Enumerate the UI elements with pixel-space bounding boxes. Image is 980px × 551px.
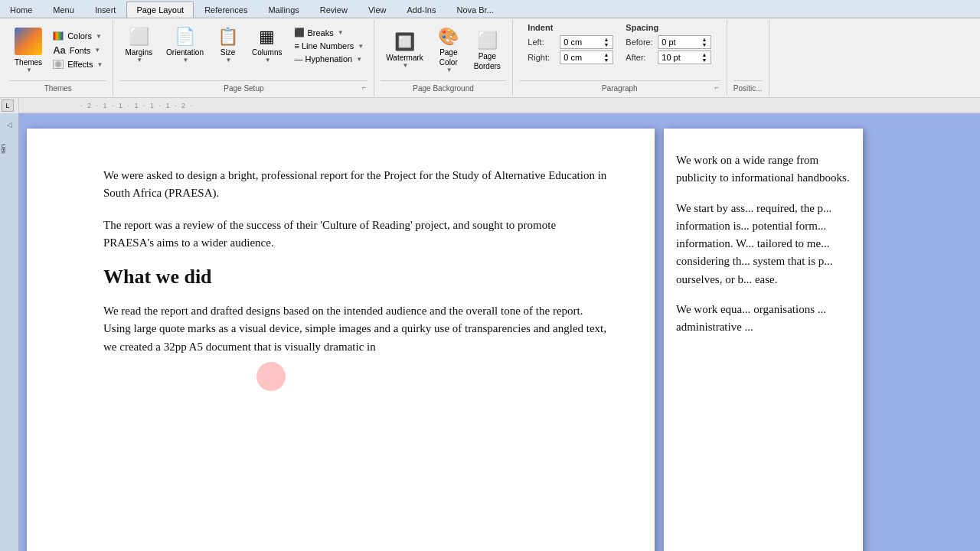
breaks-button[interactable]: ⬛ Breaks ▼: [290, 26, 368, 39]
page-background-inner: 🔲 Watermark ▼ 🎨 Page Color ▼ ⬜ Page Bord…: [381, 23, 506, 77]
position-group: Positic...: [727, 20, 769, 96]
effects-label: Effects: [67, 60, 93, 69]
spacing-before-label: Before:: [626, 37, 655, 47]
margins-icon: ⬜: [129, 27, 149, 47]
indent-right-input[interactable]: 0 cm ▲ ▼: [560, 51, 613, 64]
margins-button[interactable]: ⬜ Margins ▼: [119, 23, 158, 67]
cursor-circle: [256, 362, 286, 391]
indent-left-down[interactable]: ▼: [603, 42, 609, 47]
themes-sub-buttons: Colors ▼ Aa Fonts ▼ Effects ▼: [49, 30, 106, 70]
spacing-after-input[interactable]: 10 pt ▲ ▼: [658, 51, 711, 64]
paragraph-1: We were asked to design a bright, profes…: [103, 167, 609, 203]
margins-arrow: ▼: [136, 57, 142, 64]
hyphenation-arrow: ▼: [356, 56, 362, 63]
page-color-button[interactable]: 🎨 Page Color ▼: [432, 23, 466, 77]
document-scroll[interactable]: We were asked to design a bright, profes…: [19, 113, 980, 551]
heading-what-we-did: What we did: [103, 266, 609, 289]
tab-references[interactable]: References: [194, 2, 257, 18]
orientation-arrow: ▼: [183, 57, 189, 64]
indent-right-up[interactable]: ▲: [603, 52, 609, 57]
page-background-label: Page Background: [381, 80, 506, 93]
orientation-label: Orientation: [166, 48, 204, 57]
indent-left-up[interactable]: ▲: [603, 37, 609, 42]
tab-addins[interactable]: Add-Ins: [397, 2, 446, 18]
spacing-after-spinner[interactable]: ▲ ▼: [701, 52, 707, 63]
spacing-before-input[interactable]: 0 pt ▲ ▼: [658, 35, 711, 49]
tab-view[interactable]: View: [358, 2, 397, 18]
tab-review[interactable]: Review: [310, 2, 358, 18]
indent-right-down[interactable]: ▼: [603, 57, 609, 63]
margins-label: Margins: [125, 48, 152, 57]
page-setup-label: Page Setup ⌐: [119, 80, 368, 93]
position-label: Positic...: [733, 80, 763, 93]
tab-nova[interactable]: Nova Br...: [446, 2, 503, 18]
fonts-dropdown-arrow: ▼: [94, 47, 100, 54]
layout-corner-btn[interactable]: L: [2, 99, 14, 112]
hyphenation-icon: —: [294, 54, 302, 64]
page-setup-inner: ⬜ Margins ▼ 📄 Orientation ▼ 📋 Size ▼: [119, 23, 368, 77]
watermark-label: Watermark: [386, 54, 423, 62]
ribbon-content: Themes ▼ Colors ▼ Aa Fonts ▼: [0, 18, 980, 97]
line-numbers-button[interactable]: ≡ Line Numbers ▼: [290, 40, 368, 52]
spacing-after-row: After: 10 pt ▲ ▼: [626, 51, 711, 64]
tab-home[interactable]: Home: [0, 2, 42, 18]
colors-button[interactable]: Colors ▼: [49, 30, 106, 42]
ribbon: Home Menu Insert Page Layout References …: [0, 0, 980, 98]
orientation-button[interactable]: 📄 Orientation ▼: [161, 23, 209, 67]
watermark-button[interactable]: 🔲 Watermark ▼: [381, 28, 429, 73]
size-icon: 📋: [217, 27, 238, 47]
hyphenation-button[interactable]: — Hyphenation ▼: [290, 53, 368, 65]
colors-dropdown-arrow: ▼: [96, 33, 102, 40]
paragraph-expand[interactable]: ⌐: [715, 83, 719, 91]
spacing-before-spinner[interactable]: ▲ ▼: [701, 37, 707, 47]
spacing-before-value: 0 pt: [662, 37, 675, 47]
themes-group-label: Themes: [9, 80, 106, 93]
sidebar-left: ◁ UBi: [0, 113, 19, 551]
effects-dropdown-arrow: ▼: [97, 61, 103, 68]
spacing-after-value: 10 pt: [662, 53, 680, 62]
size-label: Size: [220, 48, 235, 57]
effects-icon: [53, 60, 64, 69]
columns-button[interactable]: ▦ Columns ▼: [247, 23, 287, 67]
ruler-corner: L: [0, 98, 19, 113]
fonts-icon: Aa: [53, 44, 66, 56]
page-borders-button[interactable]: ⬜ Page Borders: [469, 27, 506, 74]
colors-label: Colors: [67, 31, 92, 41]
size-arrow: ▼: [226, 57, 232, 64]
page-setup-expand[interactable]: ⌐: [362, 83, 366, 91]
spacing-after-down[interactable]: ▼: [701, 57, 707, 63]
tab-insert[interactable]: Insert: [85, 2, 126, 18]
indent-left-spinner[interactable]: ▲ ▼: [603, 37, 609, 47]
fonts-button[interactable]: Aa Fonts ▼: [49, 43, 106, 57]
indent-right-spinner[interactable]: ▲ ▼: [603, 52, 609, 63]
tab-mailings[interactable]: Mailings: [258, 2, 309, 18]
spacing-after-up[interactable]: ▲: [701, 52, 707, 57]
indent-left-value: 0 cm: [564, 37, 582, 47]
breaks-icon: ⬛: [294, 28, 305, 37]
paragraph-group: Indent Left: 0 cm ▲ ▼ Right:: [513, 20, 727, 96]
page-1: We were asked to design a bright, profes…: [27, 129, 655, 551]
page-borders-label2: Borders: [474, 62, 501, 70]
line-numbers-label: Line Numbers: [302, 41, 354, 51]
size-button[interactable]: 📋 Size ▼: [212, 23, 243, 67]
paragraph-2: The report was a review of the success o…: [103, 217, 609, 253]
spacing-before-up[interactable]: ▲: [701, 37, 707, 42]
themes-group-inner: Themes ▼ Colors ▼ Aa Fonts ▼: [9, 23, 106, 77]
indent-label: Indent: [528, 23, 613, 32]
indent-left-row: Left: 0 cm ▲ ▼: [528, 35, 613, 49]
themes-icon: [15, 28, 42, 55]
orientation-icon: 📄: [175, 27, 195, 47]
ruler-top: · 2 · 1 · 1 · 1 · 1 · 1 · 2 ·: [19, 102, 980, 109]
page-setup-group: ⬜ Margins ▼ 📄 Orientation ▼ 📋 Size ▼: [113, 20, 374, 96]
page-color-label2: Color: [439, 58, 458, 67]
spacing-before-down[interactable]: ▼: [701, 42, 707, 47]
effects-button[interactable]: Effects ▼: [49, 58, 106, 70]
indent-left-input[interactable]: 0 cm ▲ ▼: [560, 35, 613, 49]
indent-right-value: 0 cm: [564, 53, 582, 62]
themes-button[interactable]: Themes ▼: [9, 24, 47, 77]
page-color-label: Page: [439, 48, 457, 57]
sidebar-icon-1[interactable]: ◁: [0, 121, 18, 129]
indent-left-label: Left:: [528, 37, 557, 47]
tab-page-layout[interactable]: Page Layout: [126, 2, 194, 18]
tab-menu[interactable]: Menu: [43, 2, 84, 18]
